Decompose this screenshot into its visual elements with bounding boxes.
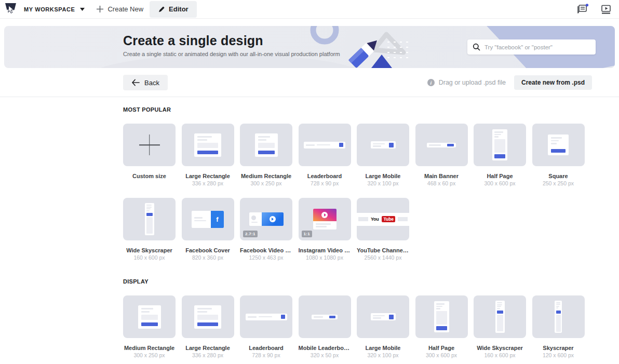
app-logo-icon[interactable] xyxy=(4,2,18,17)
preview-accent-bar xyxy=(551,149,566,153)
create-from-psd-button[interactable]: Create new from .psd xyxy=(514,75,592,90)
create-new-button[interactable]: Create New xyxy=(96,5,143,13)
card-title: Leaderboard xyxy=(307,173,342,179)
card-preview xyxy=(434,301,449,332)
preview-line xyxy=(436,306,443,307)
preview-line xyxy=(146,207,152,208)
card-title: Medium Rectangle xyxy=(124,345,174,351)
card-preview xyxy=(492,129,507,160)
whats-new-icon[interactable] xyxy=(576,4,589,15)
template-card: Leaderboard728 x 90 px xyxy=(240,295,292,358)
preview-line xyxy=(551,137,562,139)
preview-line xyxy=(316,226,327,227)
card-tile[interactable]: f xyxy=(182,198,234,240)
preview-line xyxy=(497,306,501,307)
preview-line-group xyxy=(373,315,387,319)
card-size: 820 x 360 px xyxy=(192,255,223,261)
card-tile[interactable]: 1:1 xyxy=(299,198,351,240)
preview-line xyxy=(551,140,559,142)
preview-line xyxy=(194,217,203,219)
card-grid: Medium Rectangle300 x 250 pxLarge Rectan… xyxy=(123,295,586,358)
editor-label: Editor xyxy=(169,5,189,13)
preview-line xyxy=(373,145,382,147)
preview-line xyxy=(197,139,207,141)
preview-accent-bar xyxy=(447,144,454,146)
play-triangle xyxy=(272,218,274,221)
card-title: Custom size xyxy=(132,173,166,179)
card-preview xyxy=(427,143,456,147)
card-size: 250 x 250 px xyxy=(543,181,574,186)
card-tile[interactable] xyxy=(474,295,526,338)
preview-line xyxy=(141,311,150,313)
preview-line xyxy=(556,306,559,307)
page-title: Create a single design xyxy=(123,33,340,48)
search-input[interactable] xyxy=(485,44,590,50)
card-tile[interactable]: 2.7:1 xyxy=(240,198,292,240)
card-size: 1080 x 1080 px xyxy=(306,255,343,261)
video-area xyxy=(262,212,284,226)
card-size: 320 x 100 px xyxy=(367,181,398,186)
preview-line xyxy=(258,139,266,141)
youtube-logo-you: You xyxy=(371,217,379,222)
card-size: 336 x 280 px xyxy=(192,353,223,358)
card-title: Half Page xyxy=(487,173,513,179)
editor-tab-button[interactable]: Editor xyxy=(150,1,197,18)
preview-text-area xyxy=(313,221,337,230)
back-button[interactable]: Back xyxy=(123,75,168,90)
template-card: YouTubeYouTube Channel Banner2560 x 1440… xyxy=(357,198,409,261)
pencil-icon xyxy=(158,6,165,13)
card-tile[interactable] xyxy=(299,124,351,166)
card-tile[interactable] xyxy=(415,124,468,166)
card-tile[interactable] xyxy=(357,295,409,338)
workspace-caret-icon[interactable] xyxy=(80,8,85,11)
preview-line xyxy=(556,302,560,303)
preview-line xyxy=(306,144,315,146)
card-tile[interactable] xyxy=(532,124,585,166)
card-tile[interactable]: YouTube xyxy=(357,198,409,240)
card-tile[interactable] xyxy=(240,295,292,338)
template-card: Leaderboard728 x 90 px xyxy=(299,124,351,186)
template-card: 2.7:1Facebook Video Cover1250 x 463 px xyxy=(240,198,292,261)
card-tile[interactable] xyxy=(532,295,585,338)
card-preview xyxy=(194,133,221,157)
card-tile[interactable] xyxy=(123,295,176,338)
card-tile[interactable] xyxy=(182,124,234,166)
workspace-name[interactable]: MY WORKSPACE xyxy=(24,6,75,12)
preview-accent-bar xyxy=(197,322,218,326)
card-tile[interactable] xyxy=(299,295,351,338)
arrow-left-icon xyxy=(131,79,140,86)
card-preview xyxy=(313,209,337,230)
preview-line xyxy=(556,307,559,308)
card-tile[interactable] xyxy=(123,198,176,240)
card-tile[interactable] xyxy=(240,124,292,166)
template-card: Medium Rectangle300 x 250 px xyxy=(123,295,176,358)
blue-triangle-shape xyxy=(371,55,392,68)
preview-block xyxy=(494,139,505,153)
card-size: 160 x 600 px xyxy=(484,353,515,358)
card-title: Medium Rectangle xyxy=(241,173,291,179)
card-tile[interactable] xyxy=(357,124,409,166)
card-size: 160 x 600 px xyxy=(133,255,165,261)
template-card: Skyscraper120 x 600 px xyxy=(532,295,585,358)
preview-line xyxy=(317,144,330,145)
card-title: Half Page xyxy=(428,345,454,351)
card-preview xyxy=(548,134,569,155)
card-title: Large Mobile xyxy=(366,173,401,179)
card-tile[interactable] xyxy=(182,295,234,338)
preview-line xyxy=(146,208,151,209)
card-tile[interactable] xyxy=(123,124,176,166)
card-tile[interactable] xyxy=(474,124,526,166)
preview-line xyxy=(497,302,503,303)
preview-accent-bar xyxy=(389,315,394,319)
card-title: Large Rectangle xyxy=(185,345,230,351)
card-title: Wide Skyscraper xyxy=(126,247,172,253)
card-tile[interactable] xyxy=(415,295,468,338)
preview-accent-bar xyxy=(497,311,503,314)
card-preview xyxy=(371,313,396,320)
card-title: Main Banner xyxy=(424,173,459,179)
card-size: 2560 x 1440 px xyxy=(365,255,402,261)
avatar xyxy=(251,215,256,220)
template-card: fFacebook Cover820 x 360 px xyxy=(182,198,234,261)
template-card: Large Mobile320 x 100 px xyxy=(357,295,409,358)
video-tutorials-icon[interactable] xyxy=(600,4,612,15)
